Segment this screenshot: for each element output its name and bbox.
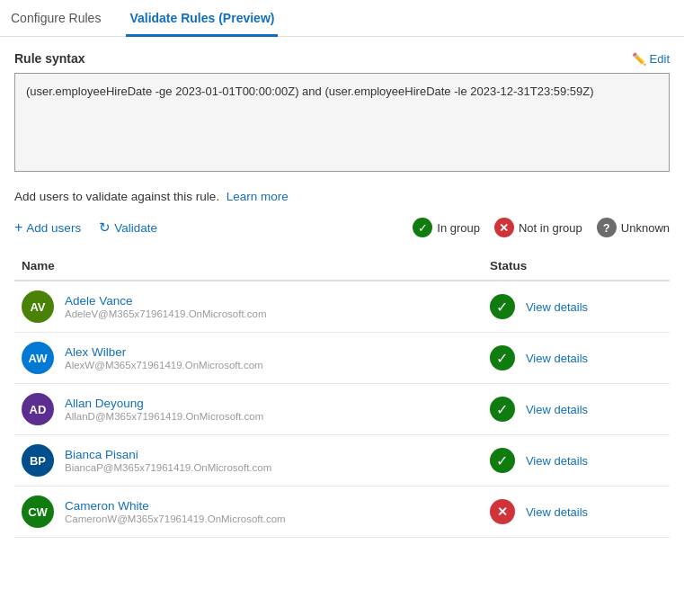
status-in-group-icon: ✓ <box>490 448 515 473</box>
status-not-in-group-icon: ✕ <box>490 499 515 524</box>
user-name-cell: CWCameron WhiteCameronW@M365x71961419.On… <box>14 487 490 538</box>
refresh-icon: ↻ <box>99 219 111 236</box>
user-name-cell: BPBianca PisaniBiancaP@M365x71961419.OnM… <box>14 435 490 487</box>
legend-in-group: ✓ In group <box>413 218 480 237</box>
user-status-cell: ✓View details <box>490 435 670 487</box>
col-status: Status <box>490 252 670 281</box>
user-status-cell: ✕View details <box>490 487 670 538</box>
table-row: AVAdele VanceAdeleV@M365x71961419.OnMicr… <box>14 281 670 333</box>
user-name-cell: AVAdele VanceAdeleV@M365x71961419.OnMicr… <box>14 281 490 333</box>
avatar: AW <box>22 342 54 374</box>
table-row: BPBianca PisaniBiancaP@M365x71961419.OnM… <box>14 435 670 487</box>
user-status-cell: ✓View details <box>490 384 670 435</box>
user-cell: ADAllan DeyoungAllanD@M365x71961419.OnMi… <box>22 393 483 425</box>
edit-label: Edit <box>650 52 670 66</box>
rule-syntax-label: Rule syntax <box>14 51 85 66</box>
user-table: Name Status AVAdele VanceAdeleV@M365x719… <box>14 252 670 538</box>
status-in-group-icon: ✓ <box>490 345 515 370</box>
tab-validate-rules[interactable]: Validate Rules (Preview) <box>126 0 278 37</box>
user-display-name[interactable]: Alex Wilber <box>65 345 263 359</box>
status-in-group-icon: ✓ <box>490 294 515 319</box>
info-bar-text: Add users to validate against this rule. <box>14 190 219 203</box>
table-header: Name Status <box>14 252 670 281</box>
info-bar: Add users to validate against this rule.… <box>14 190 670 203</box>
rule-syntax-box: (user.employeeHireDate -ge 2023-01-01T00… <box>14 73 670 172</box>
rule-syntax-value: (user.employeeHireDate -ge 2023-01-01T00… <box>26 85 594 98</box>
not-in-group-label: Not in group <box>519 221 582 235</box>
main-content: Rule syntax ✏️ Edit (user.employeeHireDa… <box>0 37 684 538</box>
validate-label: Validate <box>114 221 157 235</box>
table-row: CWCameron WhiteCameronW@M365x71961419.On… <box>14 487 670 538</box>
avatar: CW <box>22 495 54 528</box>
view-details-link[interactable]: View details <box>526 403 588 416</box>
avatar: AV <box>22 290 54 323</box>
in-group-icon: ✓ <box>413 218 432 237</box>
add-users-button[interactable]: + Add users <box>14 219 81 236</box>
user-email: AllanD@M365x71961419.OnMicrosoft.com <box>65 411 263 422</box>
toolbar-left: + Add users ↻ Validate <box>14 219 413 236</box>
user-display-name[interactable]: Cameron White <box>65 499 286 513</box>
learn-more-link[interactable]: Learn more <box>227 190 289 203</box>
pencil-icon: ✏️ <box>632 52 646 66</box>
add-users-label: Add users <box>26 221 81 235</box>
unknown-label: Unknown <box>621 221 670 235</box>
user-display-name[interactable]: Adele Vance <box>65 294 267 308</box>
status-cell: ✓View details <box>490 448 662 473</box>
user-info: Alex WilberAlexW@M365x71961419.OnMicroso… <box>65 345 263 370</box>
user-status-cell: ✓View details <box>490 333 670 384</box>
user-name-cell: ADAllan DeyoungAllanD@M365x71961419.OnMi… <box>14 384 490 435</box>
in-group-label: In group <box>437 221 480 235</box>
user-cell: AVAdele VanceAdeleV@M365x71961419.OnMicr… <box>22 290 483 323</box>
user-email: AdeleV@M365x71961419.OnMicrosoft.com <box>65 308 267 319</box>
edit-link[interactable]: ✏️ Edit <box>632 52 670 66</box>
user-email: CameronW@M365x71961419.OnMicrosoft.com <box>65 513 286 524</box>
tab-configure-rules[interactable]: Configure Rules <box>7 0 104 37</box>
user-info: Bianca PisaniBiancaP@M365x71961419.OnMic… <box>65 448 271 473</box>
not-in-group-icon: ✕ <box>494 218 514 237</box>
view-details-link[interactable]: View details <box>526 505 588 519</box>
avatar: AD <box>22 393 54 425</box>
toolbar: + Add users ↻ Validate ✓ In group ✕ Not … <box>14 218 670 237</box>
rule-syntax-header: Rule syntax ✏️ Edit <box>14 51 670 66</box>
tab-bar: Configure Rules Validate Rules (Preview) <box>0 0 684 37</box>
user-cell: CWCameron WhiteCameronW@M365x71961419.On… <box>22 495 483 528</box>
col-name: Name <box>14 252 490 281</box>
status-cell: ✕View details <box>490 499 662 524</box>
status-in-group-icon: ✓ <box>490 397 515 422</box>
status-cell: ✓View details <box>490 345 662 370</box>
avatar: BP <box>22 444 54 477</box>
user-cell: AWAlex WilberAlexW@M365x71961419.OnMicro… <box>22 342 483 374</box>
user-cell: BPBianca PisaniBiancaP@M365x71961419.OnM… <box>22 444 483 477</box>
status-cell: ✓View details <box>490 294 662 319</box>
table-body: AVAdele VanceAdeleV@M365x71961419.OnMicr… <box>14 281 670 538</box>
unknown-icon: ? <box>597 218 617 237</box>
plus-icon: + <box>14 219 22 236</box>
legend-not-in-group: ✕ Not in group <box>494 218 582 237</box>
status-cell: ✓View details <box>490 397 662 422</box>
legend-unknown: ? Unknown <box>597 218 670 237</box>
table-row: ADAllan DeyoungAllanD@M365x71961419.OnMi… <box>14 384 670 435</box>
user-display-name[interactable]: Allan Deyoung <box>65 397 263 410</box>
user-info: Cameron WhiteCameronW@M365x71961419.OnMi… <box>65 499 286 524</box>
user-email: AlexW@M365x71961419.OnMicrosoft.com <box>65 360 263 370</box>
user-info: Adele VanceAdeleV@M365x71961419.OnMicros… <box>65 294 267 319</box>
user-name-cell: AWAlex WilberAlexW@M365x71961419.OnMicro… <box>14 333 490 384</box>
user-info: Allan DeyoungAllanD@M365x71961419.OnMicr… <box>65 397 263 422</box>
validate-button[interactable]: ↻ Validate <box>99 219 157 236</box>
view-details-link[interactable]: View details <box>526 300 588 314</box>
view-details-link[interactable]: View details <box>526 454 588 468</box>
legend: ✓ In group ✕ Not in group ? Unknown <box>413 218 670 237</box>
user-status-cell: ✓View details <box>490 281 670 333</box>
table-row: AWAlex WilberAlexW@M365x71961419.OnMicro… <box>14 333 670 384</box>
user-email: BiancaP@M365x71961419.OnMicrosoft.com <box>65 462 271 473</box>
user-display-name[interactable]: Bianca Pisani <box>65 448 271 461</box>
view-details-link[interactable]: View details <box>526 352 588 365</box>
